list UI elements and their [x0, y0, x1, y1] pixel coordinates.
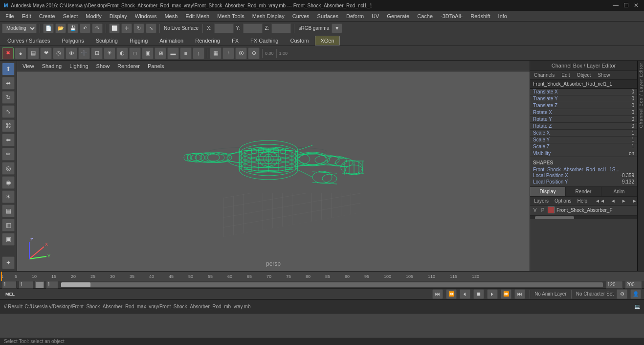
icon-grid[interactable]: ⊞: [91, 47, 103, 59]
tab-xgen[interactable]: XGen: [315, 36, 339, 46]
char-btn[interactable]: 👤: [630, 289, 641, 299]
icon-shade5[interactable]: ▬: [167, 47, 179, 59]
restore-button[interactable]: ☐: [622, 2, 630, 9]
vp-menu-lighting[interactable]: Lighting: [66, 62, 92, 70]
icon-layers[interactable]: ≡: [180, 47, 192, 59]
channel-translate-y[interactable]: Translate Y 0: [530, 95, 637, 102]
tab-rigging[interactable]: Rigging: [124, 36, 153, 46]
close-button[interactable]: ✕: [632, 2, 640, 9]
ch-menu-channels[interactable]: Channels: [532, 72, 556, 78]
icon-shade2[interactable]: □: [129, 47, 141, 59]
icon-display2[interactable]: ❤: [40, 47, 52, 59]
tab-render[interactable]: Render: [566, 187, 601, 196]
end-frame-input[interactable]: [606, 281, 623, 289]
icon-shade3[interactable]: ▣: [142, 47, 154, 59]
tab-sculpting[interactable]: Sculpting: [90, 36, 123, 46]
tab-fx-caching[interactable]: FX Caching: [245, 36, 284, 46]
tab-animation[interactable]: Animation: [154, 36, 189, 46]
ch-menu-show[interactable]: Show: [596, 72, 612, 78]
isolate-btn[interactable]: ▣: [2, 233, 15, 246]
layer-scroll-right[interactable]: ►: [620, 198, 628, 204]
icon-snap1[interactable]: ▦: [210, 47, 222, 59]
mode-select[interactable]: Modeling: [2, 23, 37, 33]
tab-rendering[interactable]: Rendering: [190, 36, 225, 46]
start-frame-input[interactable]: [2, 281, 17, 289]
gamma-arrow[interactable]: ▼: [332, 23, 342, 33]
step-fwd-btn[interactable]: ⏵: [487, 289, 498, 299]
move-icon[interactable]: ✛: [121, 23, 132, 33]
play-back-btn[interactable]: ⏪: [446, 289, 457, 299]
scale-icon[interactable]: ⤡: [146, 23, 156, 33]
vp-menu-renderer[interactable]: Renderer: [114, 62, 143, 70]
channel-translate-z[interactable]: Translate Z 0: [530, 102, 637, 109]
channel-visibility[interactable]: Visibility on: [530, 150, 637, 157]
channel-scale-y[interactable]: Scale Y 1: [530, 137, 637, 143]
icon-shade4[interactable]: 🖥: [155, 47, 166, 59]
viewport-canvas[interactable]: X Y Z persp: [17, 71, 530, 271]
tab-polygons[interactable]: Polygons: [56, 36, 89, 46]
layer-p[interactable]: P: [540, 207, 546, 213]
layout1-btn[interactable]: ▤: [2, 205, 15, 217]
y-input[interactable]: [243, 23, 263, 33]
redo-icon[interactable]: ↷: [92, 23, 103, 33]
channel-rotate-y[interactable]: Rotate Y 0: [530, 116, 637, 123]
menu-uv[interactable]: UV: [368, 12, 382, 20]
play-fwd-btn[interactable]: ⏩: [501, 289, 511, 299]
play-end-btn[interactable]: ⏭: [514, 289, 525, 299]
layer-scroll-left2[interactable]: ◄◄: [593, 198, 607, 204]
channel-rotate-x[interactable]: Rotate X 0: [530, 109, 637, 116]
vp-menu-view[interactable]: View: [19, 62, 38, 70]
menu-display[interactable]: Display: [106, 12, 131, 20]
lasso-btn[interactable]: ⬅: [2, 134, 15, 146]
icon-snap3[interactable]: ⦿: [235, 47, 247, 59]
timeline-scrollbar[interactable]: [61, 282, 603, 287]
channel-translate-x[interactable]: Translate X 0: [530, 89, 637, 95]
icon-shade1[interactable]: ◐: [116, 47, 128, 59]
icon-snap2[interactable]: ⦂: [222, 47, 234, 59]
step-back-btn[interactable]: ⏴: [460, 289, 470, 299]
icon-eye[interactable]: 👁: [66, 47, 77, 59]
layers-options[interactable]: Options: [553, 198, 573, 204]
channel-rotate-z[interactable]: Rotate Z 0: [530, 123, 637, 130]
menu-mesh-display[interactable]: Mesh Display: [249, 12, 288, 20]
snap-btn[interactable]: ◎: [2, 162, 15, 175]
range-end-input[interactable]: [625, 281, 642, 289]
menu-generate[interactable]: Generate: [383, 12, 413, 20]
scale-tool-btn[interactable]: ⤡: [2, 105, 15, 118]
save-icon[interactable]: 💾: [67, 23, 78, 33]
ch-menu-edit[interactable]: Edit: [559, 72, 572, 78]
vp-menu-shading[interactable]: Shading: [39, 62, 65, 70]
layout2-btn[interactable]: ▥: [2, 219, 15, 231]
z-input[interactable]: [271, 23, 291, 33]
menu-deform[interactable]: Deform: [343, 12, 367, 20]
icon-snap4[interactable]: ⊕: [248, 47, 260, 59]
tab-custom[interactable]: Custom: [285, 36, 314, 46]
combo-tool-btn[interactable]: ⌘: [2, 119, 15, 132]
settings-btn[interactable]: ⚙: [617, 289, 627, 299]
open-icon[interactable]: 📂: [55, 23, 66, 33]
timeline-scroll-thumb[interactable]: [61, 282, 90, 287]
layer-scroll-left[interactable]: ◄: [609, 198, 618, 204]
rotate-tool-btn[interactable]: ↻: [2, 91, 15, 104]
soft-btn[interactable]: ◉: [2, 176, 15, 189]
minimize-button[interactable]: —: [611, 2, 620, 9]
icon-display3[interactable]: ◎: [53, 47, 65, 59]
menu-windows[interactable]: Windows: [132, 12, 160, 20]
frame-number-input[interactable]: [46, 281, 58, 289]
icon-camera[interactable]: ●: [15, 47, 26, 59]
layer-color-swatch[interactable]: [548, 207, 555, 213]
new-icon[interactable]: 📄: [43, 23, 54, 33]
move-tool-btn[interactable]: ⬌: [2, 77, 15, 90]
menu-mesh[interactable]: Mesh: [161, 12, 181, 20]
timeline-ruler[interactable]: 1 5 10 15 20 25 30 35 40 45 50 55 60 65 …: [0, 272, 644, 281]
layer-scroll-thumb[interactable]: [535, 216, 574, 219]
menu-select[interactable]: Select: [60, 12, 82, 20]
axes-btn[interactable]: ✦: [2, 256, 15, 269]
current-frame-input[interactable]: [19, 281, 33, 289]
menu-info[interactable]: Info: [495, 12, 511, 20]
tab-display[interactable]: Display: [530, 187, 566, 196]
icon-add[interactable]: ➕: [78, 47, 90, 59]
menu-curves[interactable]: Curves: [289, 12, 313, 20]
menu-file[interactable]: File: [2, 12, 18, 20]
menu-mesh-tools[interactable]: Mesh Tools: [214, 12, 247, 20]
